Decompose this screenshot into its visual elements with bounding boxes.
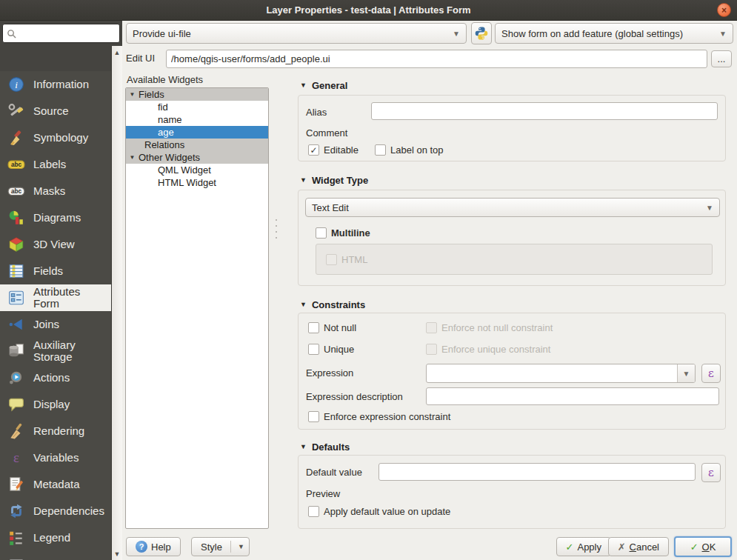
enforce-expression-checkbox[interactable]: [308, 411, 319, 422]
search-strip: [0, 21, 122, 46]
collapse-icon: ▼: [300, 81, 307, 89]
editable-checkbox[interactable]: ✓: [308, 144, 319, 156]
style-button[interactable]: Style ▼: [191, 537, 250, 556]
editable-checkbox-row[interactable]: ✓ Editable: [308, 144, 359, 156]
not-null-label: Not null: [324, 322, 356, 333]
ok-button[interactable]: ✓ OK: [674, 536, 732, 557]
sidebar-item-3d-view[interactable]: 3D View: [0, 231, 111, 258]
section-title: Defaults: [312, 441, 350, 453]
sidebar-scroll-up[interactable]: ▲: [111, 46, 122, 71]
multiline-checkbox-row[interactable]: Multiline: [316, 227, 370, 239]
not-null-checkbox-row[interactable]: Not null: [308, 322, 356, 333]
tree-item-other-widgets[interactable]: ▼ Other Widgets: [126, 151, 268, 164]
apply-default-on-update-checkbox-row[interactable]: Apply default value on update: [308, 506, 450, 517]
section-title: Widget Type: [312, 175, 368, 186]
expression-dropdown[interactable]: ▼: [426, 364, 696, 383]
check-icon: ✓: [566, 541, 574, 553]
edit-ui-path-input[interactable]: [166, 50, 707, 68]
apply-button[interactable]: ✓ Apply: [556, 537, 611, 556]
tree-item-html-widget[interactable]: HTML Widget: [126, 176, 268, 189]
apply-default-on-update-checkbox[interactable]: [308, 506, 319, 517]
search-box[interactable]: [2, 24, 120, 43]
sidebar-item-information[interactable]: i Information: [0, 71, 111, 98]
browse-button[interactable]: ...: [711, 50, 732, 67]
enforce-expression-checkbox-row[interactable]: Enforce expression constraint: [308, 411, 450, 422]
section-constraints[interactable]: ▼ Constraints: [294, 298, 365, 311]
tree-item-relations[interactable]: Relations: [126, 139, 268, 151]
default-expression-builder-button[interactable]: ε: [701, 463, 721, 482]
sidebar-item-display[interactable]: Display: [0, 391, 111, 418]
expression-builder-button[interactable]: ε: [701, 364, 721, 383]
section-general[interactable]: ▼ General: [294, 79, 347, 92]
attributes-form-icon: [7, 289, 25, 307]
sidebar-item-metadata[interactable]: Metadata: [0, 471, 111, 498]
splitter-handle[interactable]: [274, 219, 279, 239]
multiline-checkbox[interactable]: [316, 227, 327, 239]
field-settings-panel: ▼ General Alias Comment ✓ Editable Label…: [294, 71, 733, 532]
expression-description-label: Expression description: [306, 391, 403, 402]
sidebar-item-attributes-form[interactable]: Attributes Form: [0, 284, 111, 311]
sidebar-item-labels[interactable]: abc Labels: [0, 151, 111, 178]
alias-input[interactable]: [371, 102, 718, 120]
sidebar-item-auxiliary-storage[interactable]: Auxiliary Storage: [0, 338, 111, 364]
sidebar-item-actions[interactable]: Actions: [0, 364, 111, 391]
close-icon[interactable]: ×: [717, 3, 731, 17]
sidebar-item-dependencies[interactable]: Dependencies: [0, 498, 111, 524]
search-input[interactable]: [19, 28, 116, 39]
unique-checkbox-row[interactable]: Unique: [308, 344, 354, 355]
joins-icon: [7, 316, 25, 333]
tree-item-name[interactable]: name: [126, 113, 268, 126]
feature-mode-dropdown[interactable]: Show form on add feature (global setting…: [495, 23, 733, 44]
sidebar-item-label: Dependencies: [33, 505, 104, 518]
sidebar-item-qgis-server[interactable]: QGIS Server: [0, 551, 111, 560]
label-on-top-checkbox[interactable]: [375, 144, 386, 156]
sidebar-item-label: Source: [33, 105, 69, 118]
style-button-label: Style: [201, 541, 222, 553]
label-on-top-checkbox-row[interactable]: Label on top: [375, 144, 444, 156]
expression-description-input[interactable]: [426, 387, 719, 405]
masks-icon: abc: [7, 182, 25, 200]
sidebar-item-variables[interactable]: ε Variables: [0, 444, 111, 471]
section-widget-type[interactable]: ▼ Widget Type: [294, 173, 368, 187]
tree-item-label: QML Widget: [158, 164, 211, 176]
help-button[interactable]: ? Help: [126, 537, 181, 556]
chevron-down-icon: ▼: [126, 91, 139, 98]
tree-item-age[interactable]: age: [126, 126, 268, 139]
cancel-button[interactable]: ✗ Cancel: [608, 537, 669, 556]
chevron-down-icon[interactable]: ▼: [677, 364, 695, 382]
sidebar-item-diagrams[interactable]: Diagrams: [0, 204, 111, 231]
editable-label: Editable: [324, 144, 359, 156]
multiline-options-box: HTML: [316, 244, 713, 275]
cross-icon: ✗: [618, 541, 626, 553]
widget-type-dropdown[interactable]: Text Edit ▼: [305, 198, 720, 217]
python-init-button[interactable]: [471, 22, 492, 44]
sidebar-item-fields[interactable]: Fields: [0, 258, 111, 284]
sidebar-item-joins[interactable]: Joins: [0, 311, 111, 338]
unique-checkbox[interactable]: [308, 344, 319, 355]
ui-mode-dropdown[interactable]: Provide ui-file ▼: [126, 23, 467, 44]
enforce-not-null-checkbox-row: Enforce not null constraint: [426, 322, 553, 333]
scroll-up-icon: ▲: [114, 49, 121, 56]
sidebar-item-legend[interactable]: Legend: [0, 524, 111, 551]
sidebar-item-rendering[interactable]: Rendering: [0, 418, 111, 444]
sidebar: i Information Source Symbology abc Label…: [0, 71, 111, 560]
html-checkbox-row: HTML: [326, 254, 367, 265]
tree-item-fields[interactable]: ▼ Fields: [126, 88, 268, 101]
section-defaults[interactable]: ▼ Defaults: [294, 440, 350, 453]
sidebar-item-symbology[interactable]: Symbology: [0, 124, 111, 151]
sidebar-scrollbar[interactable]: ▼: [111, 71, 122, 560]
tree-item-qml-widget[interactable]: QML Widget: [126, 164, 268, 176]
default-value-input[interactable]: [378, 463, 696, 481]
chevron-down-icon: ▼: [713, 30, 727, 38]
tree-item-label: age: [158, 127, 174, 138]
sidebar-item-label: Symbology: [33, 132, 88, 144]
sidebar-item-label: Rendering: [33, 425, 84, 438]
titlebar[interactable]: Layer Properties - test-data | Attribute…: [0, 0, 737, 21]
tree-item-fid[interactable]: fid: [126, 101, 268, 113]
sidebar-item-label: Diagrams: [33, 212, 81, 224]
not-null-checkbox[interactable]: [308, 322, 319, 333]
chevron-down-icon: ▼: [238, 543, 244, 550]
rendering-icon: [7, 422, 25, 440]
sidebar-item-masks[interactable]: abc Masks: [0, 178, 111, 204]
sidebar-item-source[interactable]: Source: [0, 98, 111, 124]
